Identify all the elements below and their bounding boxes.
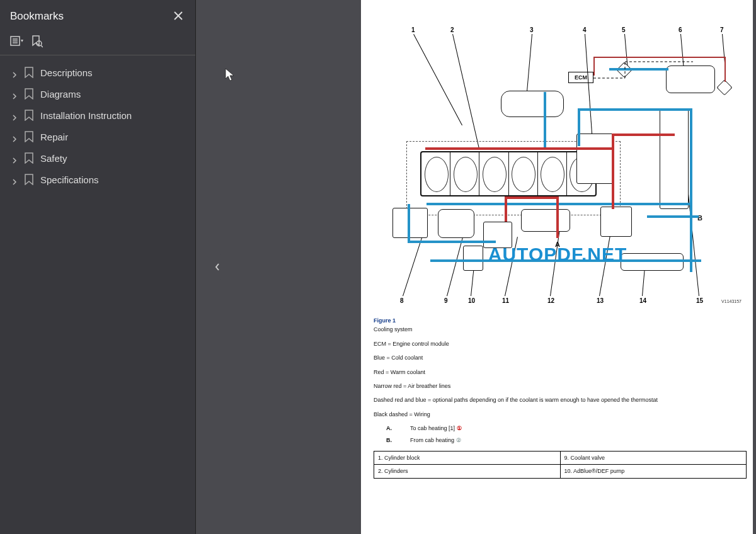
chevron-right-icon	[11, 91, 18, 97]
bookmark-icon	[24, 110, 34, 121]
bookmark-icon	[24, 88, 34, 99]
callout-number: 13	[597, 297, 604, 304]
bookmark-icon	[24, 174, 34, 185]
chevron-right-icon	[11, 176, 18, 183]
annotation-mark-icon: ②	[456, 437, 461, 443]
legend-line: Dashed red and blue = optional paths dep…	[374, 395, 744, 404]
legend-key-b: B. From cab heating ②	[374, 436, 744, 445]
bookmark-icon	[24, 152, 34, 164]
chevron-right-icon	[11, 155, 18, 161]
bookmark-item[interactable]: Diagrams	[0, 83, 195, 105]
parts-table: 1. Cylinder block 9. Coolant valve 2. Cy…	[374, 451, 747, 479]
legend-line: Blue = Cold coolant	[374, 353, 744, 362]
bookmarks-panel: Bookmarks Descriptions	[0, 0, 196, 534]
bookmark-label: Safety	[40, 153, 67, 164]
callout-number: 1	[411, 26, 415, 33]
callout-number: 15	[696, 297, 703, 304]
bookmark-item[interactable]: Specifications	[0, 169, 195, 190]
find-bookmark-icon[interactable]	[29, 35, 45, 48]
ecm-label: ECM	[575, 74, 587, 81]
legend-key: B.	[386, 436, 399, 445]
bookmark-label: Diagrams	[40, 89, 81, 99]
bookmarks-toolbar	[0, 32, 195, 55]
bookmark-label: Specifications	[40, 174, 99, 185]
table-cell: 9. Coolant valve	[560, 451, 747, 464]
chevron-right-icon	[11, 69, 18, 76]
callout-number: 4	[583, 26, 587, 33]
bookmark-icon	[24, 67, 34, 78]
bookmark-label: Installation Instruction	[40, 110, 132, 121]
bookmark-options-icon[interactable]	[9, 35, 25, 48]
callout-number: 2	[450, 26, 454, 33]
table-cell: 1. Cylinder block	[374, 451, 561, 464]
svg-line-5	[41, 45, 43, 47]
callout-number: 8	[400, 297, 404, 304]
legend-value: From cab heating	[410, 437, 454, 443]
bookmark-label: Descriptions	[40, 67, 93, 78]
callout-number: 7	[720, 26, 724, 33]
callout-number: 6	[679, 26, 682, 33]
callout-number: 9	[444, 297, 448, 304]
legend-key-a: A. To cab heating [1] ①	[374, 424, 744, 433]
legend-key: A.	[386, 424, 399, 433]
legend-value: To cab heating [1]	[410, 425, 455, 431]
legend-line: Red = Warm coolant	[374, 368, 744, 377]
close-icon[interactable]	[171, 6, 185, 26]
bookmark-item[interactable]: Descriptions	[0, 62, 195, 83]
ecm-box: ECM	[568, 72, 593, 83]
annotation-mark-icon: ①	[457, 425, 462, 431]
figure-caption: Cooling system	[374, 326, 413, 332]
table-row: 1. Cylinder block 9. Coolant valve	[374, 451, 747, 464]
wiring-line	[593, 57, 732, 145]
callout-number: 12	[547, 297, 554, 304]
mouse-cursor-icon	[225, 68, 236, 85]
chevron-right-icon	[11, 112, 18, 118]
legend-line: Narrow red = Air breather lines	[374, 382, 744, 390]
cooling-system-diagram: 1 2 3 4 5 6 7 8 9 10 11 12 13 14 15 A B	[370, 8, 745, 304]
callout-number: 11	[502, 297, 509, 304]
bookmark-label: Repair	[40, 132, 68, 142]
bookmark-item[interactable]: Installation Instruction	[0, 105, 195, 126]
callout-number: 10	[468, 297, 475, 304]
bookmark-item[interactable]: Repair	[0, 126, 195, 147]
collapse-sidebar-handle[interactable]	[212, 254, 222, 280]
callout-number: 3	[530, 26, 534, 33]
figure-caption-block: Figure 1 Cooling system ECM = Engine con…	[370, 316, 744, 479]
chevron-right-icon	[11, 134, 18, 140]
document-canvas[interactable]: 1 2 3 4 5 6 7 8 9 10 11 12 13 14 15 A B	[196, 0, 756, 534]
bookmarks-tree: Descriptions Diagrams Installation Instr…	[0, 55, 195, 190]
bookmark-icon	[24, 131, 34, 142]
table-cell: 10. AdBlue®/DEF pump	[560, 465, 747, 478]
diagram-part-number: V1143157	[721, 299, 742, 304]
legend-line: Black dashed = Wiring	[374, 410, 744, 419]
table-row: 2. Cylinders 10. AdBlue®/DEF pump	[374, 465, 747, 478]
pdf-page: 1 2 3 4 5 6 7 8 9 10 11 12 13 14 15 A B	[361, 0, 753, 534]
callout-number: 5	[622, 26, 626, 33]
table-cell: 2. Cylinders	[374, 465, 561, 478]
bookmarks-title: Bookmarks	[10, 10, 64, 23]
bookmark-item[interactable]: Safety	[0, 147, 195, 169]
figure-label: Figure 1	[374, 317, 396, 324]
callout-number: 14	[639, 297, 646, 304]
legend-line: ECM = Engine control module	[374, 339, 744, 348]
